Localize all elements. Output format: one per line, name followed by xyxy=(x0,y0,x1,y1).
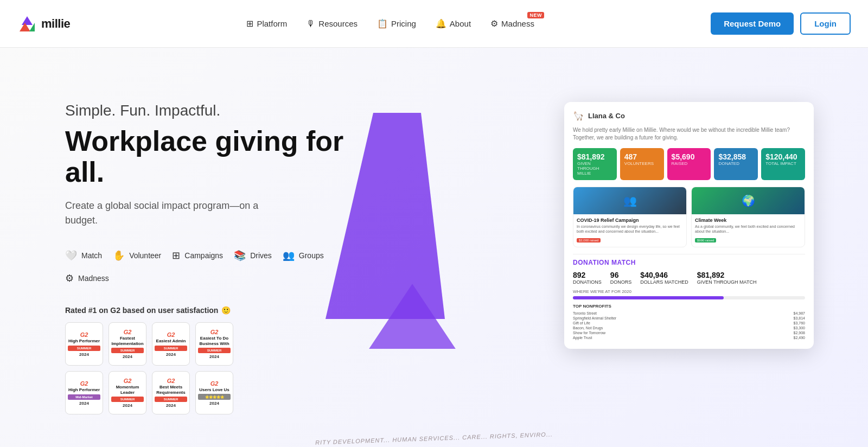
nav-actions: Request Demo Login xyxy=(711,12,851,35)
badge-fastest-impl: G2 Fastest Implementation SUMMER 2024 xyxy=(108,322,146,366)
stat-given: $81,892 GIVEN THROUGH MILLIE xyxy=(573,148,617,180)
campaigns-list: 👥 COVID-19 Relief Campaign In coronaviru… xyxy=(573,187,805,247)
badge-easiest-biz: G2 Easiest To Do Business With SUMMER 20… xyxy=(195,322,233,366)
feature-madness[interactable]: ⚙ Madness xyxy=(65,272,109,284)
feature-groups[interactable]: 👥 Groups xyxy=(283,250,324,261)
about-icon: 🔔 xyxy=(436,18,446,29)
about-label: About xyxy=(450,19,471,28)
hero-visual: 🦙 Llana & Co We hold pretty early Millie… xyxy=(347,80,825,349)
donation-progress-bar xyxy=(573,296,805,299)
feature-campaigns[interactable]: ⊞ Campaigns xyxy=(172,250,223,261)
hero-section: Simple. Fun. Impactful. Workplace giving… xyxy=(0,48,868,447)
stat-raised: $5,690 RAISED xyxy=(667,148,711,180)
navigation: millie ⊞ Platform 🎙 Resources 📋 Pricing … xyxy=(0,0,868,48)
dashboard-header: 🦙 Llana & Co xyxy=(573,111,805,121)
groups-icon: 👥 xyxy=(283,250,295,261)
nav-links: ⊞ Platform 🎙 Resources 📋 Pricing 🔔 About… xyxy=(238,14,543,33)
d-stat-donations: 892 DONATIONS xyxy=(573,271,602,285)
logo[interactable]: millie xyxy=(17,14,70,34)
feature-drives[interactable]: 📚 Drives xyxy=(234,250,272,261)
volunteer-label: Volunteer xyxy=(129,251,161,260)
stat-total: $120,440 TOTAL IMPACT xyxy=(761,148,805,180)
match-icon: 🤍 xyxy=(65,250,77,261)
dashboard-company: Llana & Co xyxy=(588,112,625,120)
drives-label: Drives xyxy=(250,251,272,260)
badge-momentum-leader: G2 Momentum Leader SUMMER 2024 xyxy=(108,371,146,414)
svg-marker-0 xyxy=(22,16,33,25)
nav-madness[interactable]: ⚙ Madness NEW xyxy=(482,14,543,33)
login-button[interactable]: Login xyxy=(800,12,851,35)
nonprofits-list: TOP NONPROFITS Toronto Street $4,987 Spr… xyxy=(573,304,805,340)
stat-volunteers: 487 VOLUNTEERS xyxy=(620,148,664,180)
dashboard-subtitle: We hold pretty early Millie on Millie. W… xyxy=(573,126,805,142)
dashboard-stats: $81,892 GIVEN THROUGH MILLIE 487 VOLUNTE… xyxy=(573,148,805,180)
donation-match-section: DONATION MATCH 892 DONATIONS 96 DONORS $… xyxy=(573,254,805,340)
hero-subtitle: Create a global social impact program—on… xyxy=(65,199,271,228)
nav-about[interactable]: 🔔 About xyxy=(427,14,480,33)
logo-text: millie xyxy=(41,17,70,31)
resources-label: Resources xyxy=(318,19,358,28)
dashboard-logo-icon: 🦙 xyxy=(573,111,584,121)
badges-row-1: G2 High Performer SUMMER 2024 G2 Fastest… xyxy=(65,322,347,366)
nonprofit-1: Toronto Street $4,987 xyxy=(573,311,805,316)
feature-volunteer[interactable]: ✋ Volunteer xyxy=(113,250,161,261)
badge-users-love-us: G2 Users Love Us ⭐⭐⭐⭐⭐ 2024 xyxy=(195,371,233,414)
rating-section: Rated #1 on G2 based on user satisfactio… xyxy=(65,306,347,414)
badge-high-performer: G2 High Performer SUMMER 2024 xyxy=(65,322,103,366)
nonprofit-2: Springfield Animal Shelter $3,814 xyxy=(573,316,805,321)
campaign-covid: 👥 COVID-19 Relief Campaign In coronaviru… xyxy=(573,187,687,247)
campaign-climate: 🌍 Climate Week As a global community, we… xyxy=(691,187,805,247)
campaign-covid-image: 👥 xyxy=(573,187,686,214)
madness-label: Madness xyxy=(501,19,534,28)
d-stat-donors: 96 DONORS xyxy=(610,271,632,285)
hero-tagline: Simple. Fun. Impactful. xyxy=(65,102,347,119)
match-label: Match xyxy=(81,251,102,260)
dashboard-mockup: 🦙 Llana & Co We hold pretty early Millie… xyxy=(564,102,814,349)
logo-icon xyxy=(17,14,37,34)
nonprofit-6: Apple Trust $2,490 xyxy=(573,335,805,340)
badges-row-2: G2 High Performer Mid-Market 2024 G2 Mom… xyxy=(65,371,347,414)
hero-title: Workplace giving for all. xyxy=(65,126,347,188)
drives-icon: 📚 xyxy=(234,250,246,261)
groups-label: Groups xyxy=(299,251,324,260)
badge-best-meets: G2 Best Meets Requirements SUMMER 2024 xyxy=(152,371,190,414)
volunteer-icon: ✋ xyxy=(113,250,125,261)
platform-label: Platform xyxy=(257,19,287,28)
nonprofit-4: Bacon, Not Drugs $3,300 xyxy=(573,325,805,330)
campaign-climate-image: 🌍 xyxy=(692,187,805,214)
donation-bar-fill xyxy=(573,296,724,299)
donation-stats: 892 DONATIONS 96 DONORS $40,946 DOLLARS … xyxy=(573,271,805,285)
pricing-icon: 📋 xyxy=(377,18,388,29)
d-stat-given-match: $81,892 GIVEN THROUGH MATCH xyxy=(697,271,757,285)
d-stat-matched: $40,946 DOLLARS MATCHED xyxy=(640,271,688,285)
hero-content: Simple. Fun. Impactful. Workplace giving… xyxy=(65,80,347,425)
badge-easiest-admin: G2 Easiest Admin SUMMER 2024 xyxy=(152,322,190,366)
nav-platform[interactable]: ⊞ Platform xyxy=(238,14,296,33)
stat-donated: $32,858 DONATED xyxy=(714,148,758,180)
campaigns-label: Campaigns xyxy=(184,251,223,260)
madness-icon: ⚙ xyxy=(490,18,498,29)
resources-icon: 🎙 xyxy=(307,19,315,29)
badge-high-performer-midmarket: G2 High Performer Mid-Market 2024 xyxy=(65,371,103,414)
feature-pills: 🤍 Match ✋ Volunteer ⊞ Campaigns 📚 Drives… xyxy=(65,250,347,284)
madness-feature-icon: ⚙ xyxy=(65,272,74,284)
nav-pricing[interactable]: 📋 Pricing xyxy=(368,14,425,33)
nav-resources[interactable]: 🎙 Resources xyxy=(298,15,366,33)
nonprofit-5: Show for Tomorrow $2,908 xyxy=(573,330,805,335)
campaigns-icon: ⊞ xyxy=(172,250,180,261)
platform-icon: ⊞ xyxy=(246,18,253,29)
feature-match[interactable]: 🤍 Match xyxy=(65,250,102,261)
request-demo-button[interactable]: Request Demo xyxy=(711,12,794,35)
nonprofit-3: Gift of Life $3,760 xyxy=(573,321,805,325)
pricing-label: Pricing xyxy=(391,19,416,28)
new-badge: NEW xyxy=(527,12,544,18)
madness-feature-label: Madness xyxy=(78,274,109,283)
rating-label: Rated #1 on G2 based on user satisfactio… xyxy=(65,306,347,315)
